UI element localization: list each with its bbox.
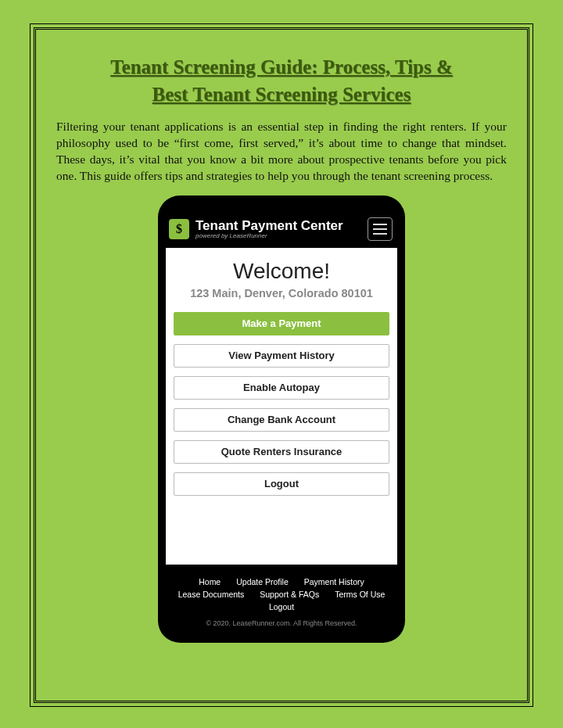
make-payment-button[interactable]: Make a Payment: [174, 312, 389, 335]
svg-rect-1: [373, 228, 387, 230]
app-header-text: Tenant Payment Center powered by LeaseRu…: [195, 219, 361, 239]
enable-autopay-button[interactable]: Enable Autopay: [174, 376, 389, 400]
view-history-button[interactable]: View Payment History: [174, 344, 389, 368]
phone-mockup-container: $ Tenant Payment Center powered by Lease…: [56, 195, 507, 643]
status-bar: [166, 205, 397, 211]
hamburger-icon: [373, 224, 387, 235]
app-main-content: Welcome! 123 Main, Denver, Colorado 8010…: [166, 248, 397, 565]
svg-rect-0: [373, 224, 387, 225]
footer-link-home[interactable]: Home: [199, 577, 221, 586]
property-address: 123 Main, Denver, Colorado 80101: [174, 287, 389, 299]
footer-link-profile[interactable]: Update Profile: [236, 577, 289, 586]
footer-links: Home Update Profile Payment History Leas…: [172, 577, 391, 611]
footer-link-lease[interactable]: Lease Documents: [178, 590, 245, 599]
copyright-text: © 2020. LeaseRunner.com. All Rights Rese…: [172, 619, 391, 627]
welcome-heading: Welcome!: [174, 259, 389, 284]
app-header: $ Tenant Payment Center powered by Lease…: [166, 211, 397, 248]
document-title: Tenant Screening Guide: Process, Tips & …: [56, 53, 507, 108]
app-logo-icon: $: [169, 219, 189, 239]
title-line-1: Tenant Screening Guide: Process, Tips &: [110, 56, 453, 77]
app-footer: Home Update Profile Payment History Leas…: [166, 565, 397, 635]
phone-screen: $ Tenant Payment Center powered by Lease…: [160, 197, 403, 641]
footer-link-history[interactable]: Payment History: [304, 577, 364, 586]
footer-link-support[interactable]: Support & FAQs: [260, 590, 319, 599]
app-subtitle: powered by LeaseRunner: [195, 232, 361, 239]
logout-button[interactable]: Logout: [174, 472, 389, 496]
footer-link-logout[interactable]: Logout: [269, 602, 294, 611]
logo-glyph: $: [176, 222, 182, 236]
hamburger-menu-button[interactable]: [368, 217, 393, 241]
svg-rect-2: [373, 233, 387, 235]
page-inner-border: Tenant Screening Guide: Process, Tips & …: [34, 27, 529, 703]
footer-link-terms[interactable]: Terms Of Use: [335, 590, 385, 599]
phone-frame: $ Tenant Payment Center powered by Lease…: [158, 195, 405, 643]
title-line-2: Best Tenant Screening Services: [152, 84, 411, 105]
app-title: Tenant Payment Center: [195, 219, 361, 232]
change-bank-button[interactable]: Change Bank Account: [174, 408, 389, 432]
intro-paragraph: Filtering your tenant applications is an…: [56, 119, 507, 185]
page-outer-border: Tenant Screening Guide: Process, Tips & …: [30, 23, 533, 707]
quote-insurance-button[interactable]: Quote Renters Insurance: [174, 440, 389, 464]
